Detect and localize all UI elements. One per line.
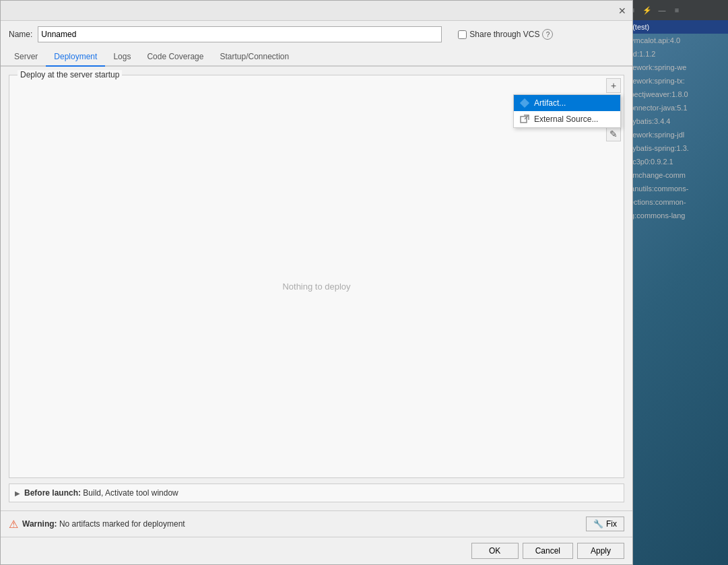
tab-deployment[interactable]: Deployment <box>46 48 105 67</box>
tab-code-coverage[interactable]: Code Coverage <box>139 48 211 67</box>
side-item: connector-java:5.1 <box>624 101 728 114</box>
side-item: llections:common- <box>624 195 728 209</box>
artifact-icon <box>519 98 530 108</box>
side-item: 1 (test) <box>624 20 728 34</box>
before-launch-section: ▶ Before launch: Build, Activate tool wi… <box>9 484 624 502</box>
side-item: spectjweaver:1.8.0 <box>624 88 728 101</box>
before-launch-actions: Build, Activate tool window <box>83 488 178 498</box>
tab-startup[interactable]: Startup/Connection <box>211 48 297 67</box>
warning-bold-text: Warning: <box>22 519 57 529</box>
deploy-legend: Deploy at the server startup <box>18 70 122 79</box>
tabs-row: Server Deployment Logs Code Coverage Sta… <box>1 48 632 67</box>
help-icon[interactable]: ? <box>542 29 553 40</box>
side-panel: ≡ ⚡ — ≡ 1 (test) ..ymcalot.api:4.0 ard:1… <box>624 0 728 565</box>
side-item: mybatis:3.4.4 <box>624 114 728 128</box>
bottom-buttons: OK Cancel Apply <box>1 537 632 564</box>
toolbar-icon-3: — <box>656 4 668 16</box>
tab-logs[interactable]: Logs <box>105 48 139 67</box>
warning-text: Warning: No artifacts marked for deploym… <box>22 519 582 529</box>
side-item: mework:spring-we <box>624 61 728 74</box>
apply-button[interactable]: Apply <box>577 543 624 559</box>
side-item: mework:spring-jdl <box>624 128 728 141</box>
toolbar-icon-2: ⚡ <box>641 4 653 16</box>
dropdown-item-external[interactable]: External Source... <box>514 111 620 127</box>
deploy-section: Deploy at the server startup Artifact... <box>9 75 624 478</box>
add-deploy-button[interactable]: + <box>606 78 621 93</box>
fix-button[interactable]: 🔧 Fix <box>586 517 624 531</box>
name-label: Name: <box>9 30 32 39</box>
side-item: e:c3p0:0.9.2.1 <box>624 155 728 168</box>
svg-rect-0 <box>520 98 529 108</box>
ok-button[interactable]: OK <box>471 543 519 559</box>
name-row: Name: Share through VCS ? <box>1 21 632 48</box>
vcs-checkbox[interactable] <box>458 30 467 39</box>
expand-arrow-icon[interactable]: ▶ <box>15 490 20 497</box>
name-input[interactable] <box>38 26 442 42</box>
close-button[interactable]: ✕ <box>615 3 630 18</box>
dropdown-item-artifact[interactable]: Artifact... <box>514 95 620 111</box>
warning-bar: ⚠ Warning: No artifacts marked for deplo… <box>1 510 632 537</box>
warning-normal-text: No artifacts marked for deployment <box>59 519 185 529</box>
edit-deploy-button[interactable]: ✎ <box>606 127 621 141</box>
vcs-label: Share through VCS <box>469 30 539 39</box>
external-label: External Source... <box>534 114 598 124</box>
before-launch-prefix: Before launch: <box>24 488 81 498</box>
warning-icon: ⚠ <box>9 518 18 531</box>
dropdown-popup: Artifact... External Source... <box>513 94 621 128</box>
toolbar-right: ≡ ⚡ — ≡ <box>624 0 728 20</box>
cancel-button[interactable]: Cancel <box>523 543 573 559</box>
artifact-label: Artifact... <box>534 98 566 108</box>
side-list: 1 (test) ..ymcalot.api:4.0 ard:1.1.2 mew… <box>624 20 728 222</box>
side-item: e:mchange-comm <box>624 168 728 182</box>
external-icon <box>519 114 530 125</box>
deploy-empty-text: Nothing to deploy <box>9 96 624 477</box>
main-dialog: ✕ Name: Share through VCS ? Server Deplo… <box>0 0 633 565</box>
toolbar-icon-4: ≡ <box>671 4 683 16</box>
before-launch-text: Before launch: Build, Activate tool wind… <box>24 488 178 498</box>
tab-server[interactable]: Server <box>6 48 46 67</box>
fix-label: Fix <box>606 519 617 529</box>
dialog-titlebar: ✕ <box>1 1 632 21</box>
vcs-row: Share through VCS ? <box>458 29 553 40</box>
side-item: mework:spring-tx: <box>624 74 728 88</box>
dialog-body: Deploy at the server startup Artifact... <box>1 67 632 510</box>
side-item: mybatis-spring:1.3. <box>624 141 728 155</box>
side-item: ..ymcalot.api:4.0 <box>624 34 728 47</box>
fix-icon: 🔧 <box>593 519 603 529</box>
side-item: ard:1.1.2 <box>624 47 728 61</box>
side-item: ng:commons-lang <box>624 209 728 222</box>
side-item: eanutils:commons- <box>624 182 728 195</box>
